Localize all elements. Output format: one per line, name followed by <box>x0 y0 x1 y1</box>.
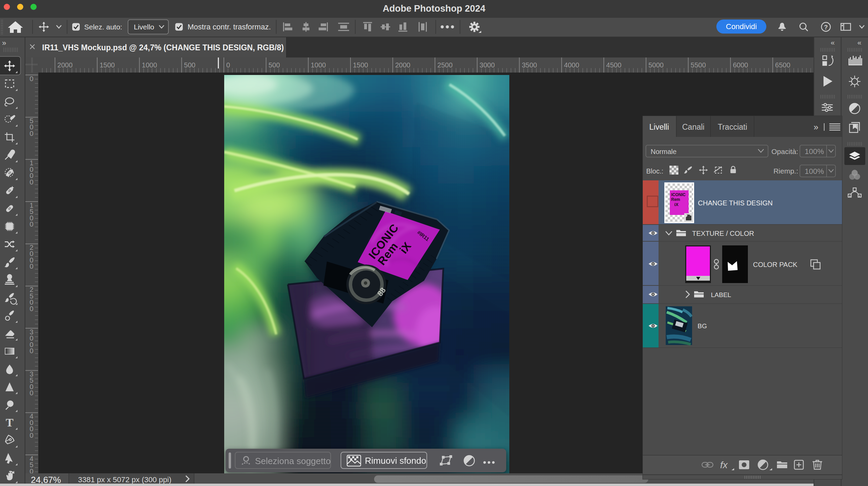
svg-text:Livello: Livello <box>134 23 154 31</box>
svg-text:Mostra contr. trasformaz.: Mostra contr. trasformaz. <box>188 23 271 31</box>
svg-text:0: 0 <box>29 130 33 137</box>
svg-text:0: 0 <box>29 75 33 82</box>
svg-text:ICONIC: ICONIC <box>671 192 686 197</box>
svg-text:TEXTURE / COLOR: TEXTURE / COLOR <box>692 230 754 237</box>
svg-text:«: « <box>831 38 835 46</box>
svg-text:2000: 2000 <box>58 61 73 69</box>
svg-text:0: 0 <box>29 389 33 397</box>
svg-text:Rem: Rem <box>671 197 680 202</box>
svg-text:4000: 4000 <box>564 61 579 69</box>
svg-text:COLOR PACK: COLOR PACK <box>753 261 797 268</box>
svg-text:0: 0 <box>29 347 33 355</box>
svg-text:6000: 6000 <box>733 61 748 69</box>
svg-text:fx: fx <box>720 460 728 470</box>
svg-text:CHANGE THIS DESIGN: CHANGE THIS DESIGN <box>698 199 773 207</box>
svg-text:LABEL: LABEL <box>711 291 731 298</box>
svg-text:5000: 5000 <box>649 61 664 69</box>
svg-text:1500: 1500 <box>353 61 368 69</box>
svg-text:Canali: Canali <box>682 123 704 131</box>
svg-text:Bloc.:: Bloc.: <box>646 167 663 175</box>
svg-text:2000: 2000 <box>395 61 410 69</box>
svg-text:5500: 5500 <box>691 61 706 69</box>
svg-text:2500: 2500 <box>437 61 453 69</box>
svg-text:500: 500 <box>184 61 195 69</box>
svg-text:4500: 4500 <box>606 61 622 69</box>
svg-text:Livelli: Livelli <box>649 123 669 131</box>
svg-text:1000: 1000 <box>142 61 157 69</box>
svg-text:3500: 3500 <box>522 61 537 69</box>
svg-text:?: ? <box>824 24 828 31</box>
svg-text:BG: BG <box>698 322 707 330</box>
svg-text:T: T <box>6 416 14 429</box>
svg-text:0: 0 <box>29 263 33 270</box>
svg-text:100%: 100% <box>805 147 824 156</box>
svg-text:500: 500 <box>268 61 280 69</box>
svg-text:iX: iX <box>674 202 679 207</box>
svg-text:»: » <box>2 39 6 47</box>
svg-text:0: 0 <box>29 220 33 228</box>
svg-text:0: 0 <box>29 178 33 186</box>
svg-text:»: » <box>814 122 818 132</box>
svg-text:Selez. auto:: Selez. auto: <box>84 23 122 31</box>
svg-text:0: 0 <box>29 468 33 473</box>
svg-text:3000: 3000 <box>480 61 495 69</box>
svg-text:1500: 1500 <box>100 61 115 69</box>
svg-text:Tracciati: Tracciati <box>718 123 747 131</box>
svg-text:Normale: Normale <box>651 148 677 155</box>
svg-text:0: 0 <box>29 305 33 312</box>
svg-text:0: 0 <box>29 432 33 439</box>
svg-text:1000: 1000 <box>311 61 326 69</box>
svg-text:«: « <box>857 38 861 46</box>
svg-text:0: 0 <box>226 61 230 69</box>
svg-text:100%: 100% <box>805 167 824 176</box>
svg-text:Opacità:: Opacità: <box>771 148 798 155</box>
svg-text:Condividi: Condividi <box>726 22 757 31</box>
svg-text:6500: 6500 <box>775 61 791 69</box>
svg-text:Riemp.:: Riemp.: <box>774 167 798 175</box>
